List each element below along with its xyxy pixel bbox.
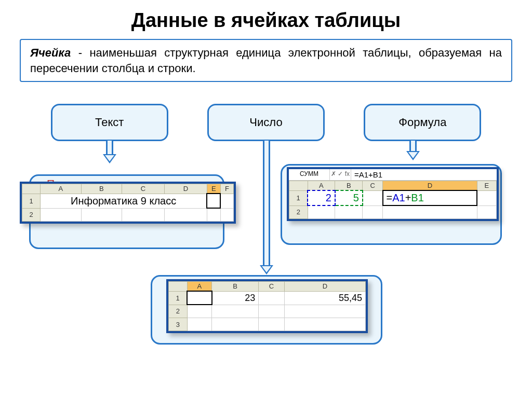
cell-a1: 2 — [308, 190, 335, 205]
col-header: E — [477, 181, 496, 191]
cell — [284, 305, 365, 318]
row-header: 2 — [22, 208, 41, 222]
cell — [187, 318, 212, 331]
type-formula-label: Формула — [398, 116, 446, 129]
type-number-label: Число — [249, 116, 282, 129]
excel-formula-grid: A B C D E 1 2 5 =A1+B1 2 — [289, 181, 497, 219]
cell-d1-formula: =A1+B1 — [383, 190, 477, 205]
excel-number-grid: A B C D 1 23 55,45 2 3 — [168, 281, 366, 331]
cell — [284, 318, 365, 331]
col-header: D — [284, 282, 365, 292]
row-header: 2 — [169, 305, 188, 318]
corner-cell — [169, 282, 188, 292]
cell — [164, 208, 207, 222]
cell — [477, 190, 496, 205]
col-header: B — [81, 184, 122, 194]
col-header: C — [259, 282, 284, 292]
cell — [308, 205, 335, 219]
row-header: 2 — [289, 205, 308, 219]
excel-number-snippet: A B C D 1 23 55,45 2 3 — [166, 279, 368, 333]
cell — [477, 205, 496, 219]
cell — [259, 291, 284, 305]
col-header: C — [122, 184, 165, 194]
cell — [383, 205, 477, 219]
col-header: D — [383, 181, 477, 191]
cell-b1: 5 — [335, 190, 363, 205]
type-formula-box: Формула — [364, 104, 481, 141]
cell-d1: 55,45 — [284, 291, 365, 305]
col-header: A — [308, 181, 335, 191]
col-header: B — [335, 181, 363, 191]
cell — [122, 208, 165, 222]
merged-text-cell: Информатика 9 класс — [41, 194, 207, 208]
excel-text-snippet: A B C D E F 1 Информатика 9 класс 2 — [20, 182, 236, 224]
cell — [259, 305, 284, 318]
formula-bar-content: =A1+B1 — [351, 169, 497, 180]
cell — [335, 205, 363, 219]
active-cell — [207, 194, 220, 208]
arrow-formula — [409, 141, 417, 160]
page-title: Данные в ячейках таблицы — [0, 9, 532, 32]
excel-formula-snippet: СУММ ✗ ✓ fx =A1+B1 A B C D E 1 2 5 =A1+B… — [287, 167, 499, 221]
col-header: A — [187, 282, 212, 292]
type-text-box: Текст — [51, 104, 168, 141]
cell — [207, 208, 220, 222]
cell — [363, 205, 383, 219]
arrow-number — [263, 141, 270, 275]
col-header: B — [212, 282, 259, 292]
cell — [41, 208, 82, 222]
corner-cell — [22, 184, 41, 194]
types-row: Текст Число Формула — [0, 104, 532, 141]
col-header: D — [164, 184, 207, 194]
col-header: F — [220, 184, 233, 194]
definition-box: Ячейка - наименьшая структурная единица … — [20, 39, 512, 82]
cell-b1: 23 — [212, 291, 259, 305]
cell-a1 — [187, 291, 212, 305]
cell — [259, 318, 284, 331]
row-header: 1 — [22, 194, 41, 208]
corner-cell — [289, 181, 308, 191]
arrow-text — [106, 141, 113, 163]
cell — [187, 305, 212, 318]
cell — [212, 318, 259, 331]
type-text-label: Текст — [95, 116, 124, 129]
name-box: СУММ — [289, 169, 330, 180]
row-header: 1 — [169, 291, 188, 305]
cell — [220, 208, 233, 222]
row-header: 1 — [289, 190, 308, 205]
cell — [220, 194, 233, 208]
row-header: 3 — [169, 318, 188, 331]
excel-text-grid: A B C D E F 1 Информатика 9 класс 2 — [22, 184, 234, 222]
definition-text: - наименьшая структурная единица электро… — [30, 46, 502, 75]
formula-buttons: ✗ ✓ fx — [330, 169, 351, 180]
formula-bar: СУММ ✗ ✓ fx =A1+B1 — [289, 169, 497, 181]
col-header: E — [207, 184, 220, 194]
type-number-box: Число — [207, 104, 325, 141]
col-header: C — [363, 181, 383, 191]
cell — [81, 208, 122, 222]
col-header: A — [41, 184, 82, 194]
cell — [363, 190, 383, 205]
definition-term: Ячейка — [30, 46, 71, 59]
cell — [212, 305, 259, 318]
